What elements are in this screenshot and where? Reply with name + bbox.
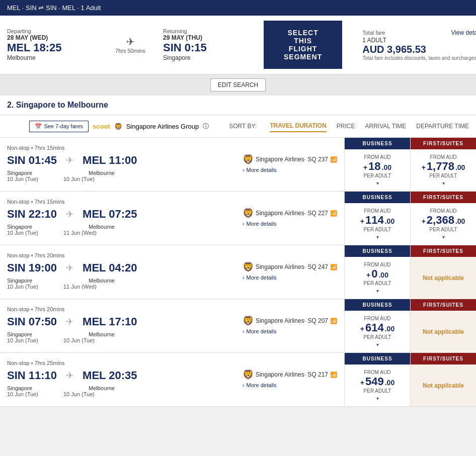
logos-area: 📅 See 7-day fares scoot 🦁 Singapore Airl… bbox=[7, 121, 209, 132]
dep-info: Singapore 10 Jun (Tue) bbox=[7, 224, 38, 236]
flight-row: Non-stop • 7hrs 20mins SIN 19:00 ✈ MEL 0… bbox=[0, 245, 476, 299]
business-col: BUSINESS FROM AUD + 614 .00 PER ADULT ▾ bbox=[344, 299, 410, 352]
sort-travel-duration[interactable]: TRAVEL DURATION bbox=[270, 120, 327, 132]
more-details-label: More details bbox=[247, 167, 277, 173]
select-flight-button[interactable]: SELECT THIS FLIGHT SEGMENT bbox=[264, 21, 342, 69]
first-amount: 2,368 bbox=[427, 214, 454, 227]
first-fare-select-1[interactable]: FROM AUD + 2,368 .00 PER ADULT ▾ bbox=[411, 203, 476, 245]
more-details-button[interactable]: › More details bbox=[243, 326, 337, 336]
airline-section: 🦁 Singapore Airlines· SQ 227 📶 › More de… bbox=[235, 192, 344, 245]
business-fare-select-0[interactable]: FROM AUD + 18 .00 PER ADULT ▾ bbox=[345, 149, 410, 191]
plane-icon: ✈ bbox=[126, 36, 135, 48]
first-decimal: .00 bbox=[455, 217, 465, 225]
business-decimal: .00 bbox=[385, 217, 394, 225]
plane-arrow-icon: ✈ bbox=[62, 262, 77, 273]
plane-arrow-icon: ✈ bbox=[62, 370, 77, 381]
more-details-button[interactable]: › More details bbox=[243, 219, 337, 229]
business-decimal: .00 bbox=[382, 163, 391, 171]
business-fare-select-2[interactable]: FROM AUD + 0 .00 PER ADULT ▾ bbox=[345, 257, 410, 299]
flight-row: Non-stop • 7hrs 20mins SIN 07:50 ✈ MEL 1… bbox=[0, 299, 476, 353]
dep-time: SIN 11:10 bbox=[7, 369, 57, 382]
plane-arrow-icon: ✈ bbox=[62, 209, 77, 220]
first-header: FIRST/SUITES bbox=[411, 192, 476, 203]
first-from-label: FROM AUD bbox=[430, 208, 457, 214]
dep-date: 10 Jun (Tue) bbox=[7, 337, 38, 343]
first-chevron-icon: ▾ bbox=[442, 232, 445, 240]
dep-info: Singapore 10 Jun (Tue) bbox=[7, 385, 38, 397]
see-7day-fares-button[interactable]: 📅 See 7-day fares bbox=[29, 121, 89, 132]
business-col: BUSINESS FROM AUD + 114 .00 PER ADULT ▾ bbox=[344, 192, 410, 245]
more-details-button[interactable]: › More details bbox=[243, 165, 337, 175]
airline-section: 🦁 Singapore Airlines· SQ 217 📶 › More de… bbox=[235, 353, 344, 406]
business-chevron-icon: ▾ bbox=[376, 286, 379, 294]
arr-city-name: Melbourne bbox=[89, 278, 115, 284]
arr-info: Melbourne 10 Jun (Tue) bbox=[63, 385, 115, 397]
scoot-logo: scoot bbox=[93, 123, 110, 130]
more-details-button[interactable]: › More details bbox=[243, 380, 337, 390]
chevron-right-icon: › bbox=[243, 382, 245, 388]
dep-city-name: Singapore bbox=[7, 224, 38, 230]
business-col: BUSINESS FROM AUD + 0 .00 PER ADULT ▾ bbox=[344, 245, 410, 299]
business-header: BUSINESS bbox=[345, 138, 410, 149]
first-decimal: .00 bbox=[455, 163, 465, 171]
view-details-link[interactable]: View details bbox=[451, 29, 476, 36]
departing-section: Departing 28 MAY (WED) MEL 18:25 Melbour… bbox=[7, 28, 98, 61]
first-col: FIRST/SUITES FROM AUD + 2,368 .00 PER AD… bbox=[410, 192, 476, 245]
sort-price[interactable]: PRICE bbox=[337, 121, 355, 132]
arr-date: 10 Jun (Tue) bbox=[63, 337, 115, 343]
business-header: BUSINESS bbox=[345, 353, 410, 364]
more-details-label: More details bbox=[247, 221, 277, 227]
sort-departure-time[interactable]: DEPARTURE TIME bbox=[416, 121, 469, 132]
flight-times: SIN 01:45 ✈ MEL 11:00 bbox=[7, 154, 228, 167]
business-col: BUSINESS FROM AUD + 549 .00 PER ADULT ▾ bbox=[344, 353, 410, 406]
first-header: FIRST/SUITES bbox=[411, 299, 476, 311]
chevron-right-icon: › bbox=[243, 221, 245, 227]
dep-city-name: Singapore bbox=[7, 331, 38, 337]
sort-arrival-time[interactable]: ARRIVAL TIME bbox=[365, 121, 407, 132]
chevron-right-icon: › bbox=[243, 328, 245, 334]
more-details-button[interactable]: › More details bbox=[243, 272, 337, 283]
wifi-icon: 📶 bbox=[330, 156, 337, 163]
first-fare-select-0[interactable]: FROM AUD + 1,778 .00 PER ADULT ▾ bbox=[411, 149, 476, 191]
nav-route-text: MEL · SIN ⇌ SIN · MEL · 1 Adult bbox=[7, 4, 101, 12]
airline-section: 🦁 Singapore Airlines· SQ 247 📶 › More de… bbox=[235, 245, 344, 299]
singapore-airlines-group-label: Singapore Airlines Group bbox=[126, 123, 199, 130]
business-amount: 0 bbox=[371, 267, 377, 281]
business-per-adult: PER ADULT bbox=[364, 388, 391, 394]
business-fare-select-1[interactable]: FROM AUD + 114 .00 PER ADULT ▾ bbox=[345, 203, 410, 245]
edit-search-button[interactable]: EDIT SEARCH bbox=[210, 78, 266, 92]
dep-city-name: Singapore bbox=[7, 278, 38, 284]
first-plus: + bbox=[422, 163, 426, 171]
flight-duration: Non-stop • 7hrs 25mins bbox=[7, 360, 228, 366]
flight-duration: Non-stop • 7hrs 20mins bbox=[7, 306, 228, 312]
airline-logo-icon: 🦁 bbox=[243, 154, 254, 165]
arr-info: Melbourne 11 Jun (Wed) bbox=[63, 224, 115, 236]
fare-columns: BUSINESS FROM AUD + 114 .00 PER ADULT ▾ … bbox=[344, 192, 476, 245]
ret-time: SIN 0:15 bbox=[163, 41, 254, 54]
dep-date: 10 Jun (Tue) bbox=[7, 284, 38, 290]
business-header: BUSINESS bbox=[345, 245, 410, 257]
business-amount: 549 bbox=[365, 375, 384, 388]
business-chevron-icon: ▾ bbox=[376, 340, 379, 347]
flight-row: Non-stop • 7hrs 15mins SIN 01:45 ✈ MEL 1… bbox=[0, 138, 476, 192]
business-plus: + bbox=[360, 325, 364, 333]
airline-text: Singapore Airlines· SQ 217 bbox=[256, 371, 328, 378]
dep-time: SIN 01:45 bbox=[7, 154, 57, 167]
arr-time: MEL 20:35 bbox=[83, 369, 137, 382]
dep-date: 28 MAY (WED) bbox=[7, 34, 98, 41]
flight-times: SIN 22:10 ✈ MEL 07:25 bbox=[7, 208, 228, 221]
info-icon[interactable]: ⓘ bbox=[203, 122, 209, 131]
wifi-icon: 📶 bbox=[330, 210, 337, 217]
fare-columns: BUSINESS FROM AUD + 549 .00 PER ADULT ▾ … bbox=[344, 353, 476, 406]
business-decimal: .00 bbox=[378, 271, 388, 279]
business-fare-select-3[interactable]: FROM AUD + 614 .00 PER ADULT ▾ bbox=[345, 311, 410, 352]
flight-info: Non-stop • 7hrs 25mins SIN 11:10 ✈ MEL 2… bbox=[0, 353, 235, 406]
business-fare-select-4[interactable]: FROM AUD + 549 .00 PER ADULT ▾ bbox=[345, 364, 410, 406]
airline-logo-icon: 🦁 bbox=[243, 261, 254, 272]
arr-time: MEL 17:10 bbox=[83, 315, 137, 328]
calendar-icon: 📅 bbox=[35, 123, 42, 130]
flight-row: Non-stop • 7hrs 15mins SIN 22:10 ✈ MEL 0… bbox=[0, 192, 476, 245]
arr-city-name: Melbourne bbox=[89, 224, 115, 230]
business-per-adult: PER ADULT bbox=[364, 334, 391, 340]
airline-logo-icon: 🦁 bbox=[243, 315, 254, 326]
